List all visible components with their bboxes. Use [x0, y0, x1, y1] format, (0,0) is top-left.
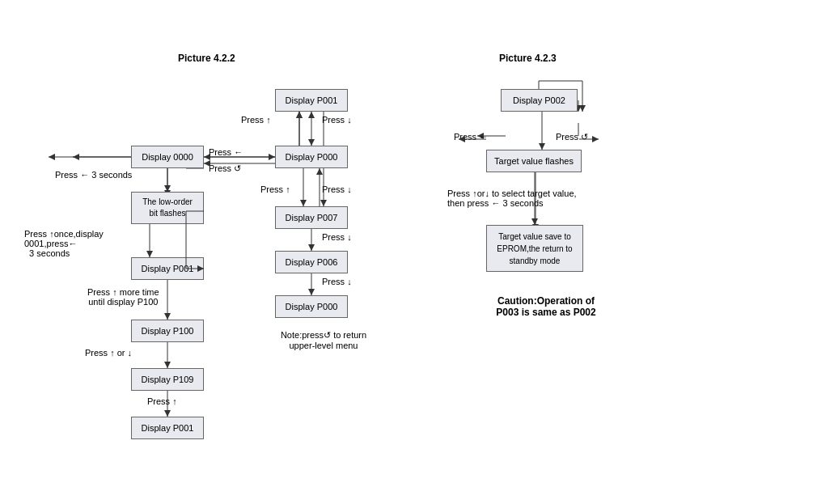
label-press-up1: Press ↑ — [241, 115, 271, 125]
box-p001-left: Display P001 — [131, 257, 204, 280]
svg-marker-58 — [164, 185, 171, 192]
label-caution: Caution:Operation ofP003 is same as P002 — [485, 295, 607, 318]
label-press-left1: Press ← — [209, 147, 243, 157]
label-press-3sec: Press ← 3 seconds — [55, 170, 132, 180]
label-press-left2: Press ← — [454, 132, 488, 142]
box-lowbit: The low-orderbit flashes — [131, 192, 204, 224]
svg-marker-19 — [164, 362, 171, 368]
diagram1-title: Picture 4.2.2 — [178, 53, 235, 64]
box-d0000: Display 0000 — [131, 146, 204, 168]
label-press-up3: Press ↑ — [147, 396, 177, 406]
svg-marker-31 — [539, 143, 545, 150]
svg-marker-14 — [146, 251, 153, 257]
svg-marker-48 — [531, 218, 538, 225]
svg-marker-4 — [296, 112, 303, 118]
label-press-down2: Press ↓ — [322, 184, 352, 194]
svg-marker-1 — [308, 112, 315, 118]
label-press-once: Press ↑once,display 0001,press← 3 second… — [24, 229, 129, 258]
note-text: Note:press↺ to returnupper-level menu — [267, 330, 380, 350]
svg-marker-64 — [73, 154, 79, 160]
svg-marker-21 — [164, 410, 171, 417]
label-press-up2: Press ↑ — [260, 184, 290, 194]
box-p001-top: Display P001 — [275, 89, 348, 112]
label-press-more: Press ↑ more timeuntil display P100 — [87, 287, 159, 307]
label-press-or: Press ↑ or ↓ — [85, 348, 132, 358]
svg-marker-29 — [308, 289, 315, 295]
box-p000-bot: Display P000 — [275, 295, 348, 318]
box-p001-bot: Display P001 — [131, 417, 204, 439]
svg-marker-25 — [316, 168, 323, 175]
svg-marker-46 — [592, 136, 599, 142]
box-p100: Display P100 — [131, 320, 204, 342]
svg-marker-23 — [300, 200, 307, 206]
diagram2-title: Picture 4.2.3 — [499, 53, 557, 64]
label-press-return2: Press ↺ — [556, 132, 588, 142]
label-press-return1: Press ↺ — [209, 163, 241, 174]
box-target-flash: Target value flashes — [486, 150, 582, 172]
svg-marker-12 — [49, 154, 55, 160]
box-p006: Display P006 — [275, 251, 348, 273]
svg-marker-2 — [308, 139, 315, 146]
svg-marker-17 — [164, 313, 171, 320]
label-press-down1: Press ↓ — [322, 115, 352, 125]
svg-marker-52 — [320, 200, 327, 206]
diagram-container: Picture 4.2.2 Picture 4.2.3 Display P001… — [0, 0, 834, 504]
svg-marker-50 — [296, 112, 303, 118]
label-press-down3: Press ↓ — [322, 232, 352, 242]
box-p007: Display P007 — [275, 206, 348, 229]
box-p109: Display P109 — [131, 368, 204, 391]
box-p000-main: Display P000 — [275, 146, 348, 168]
box-target-save: Target value save toEPROM,the return tos… — [486, 225, 583, 272]
svg-marker-42 — [579, 105, 586, 112]
svg-marker-54 — [269, 154, 275, 160]
box-p002: Display P002 — [501, 89, 578, 112]
label-select-target: Press ↑or↓ to select target value,then p… — [447, 188, 609, 208]
svg-marker-27 — [308, 244, 315, 251]
label-press-down4: Press ↓ — [322, 277, 352, 286]
